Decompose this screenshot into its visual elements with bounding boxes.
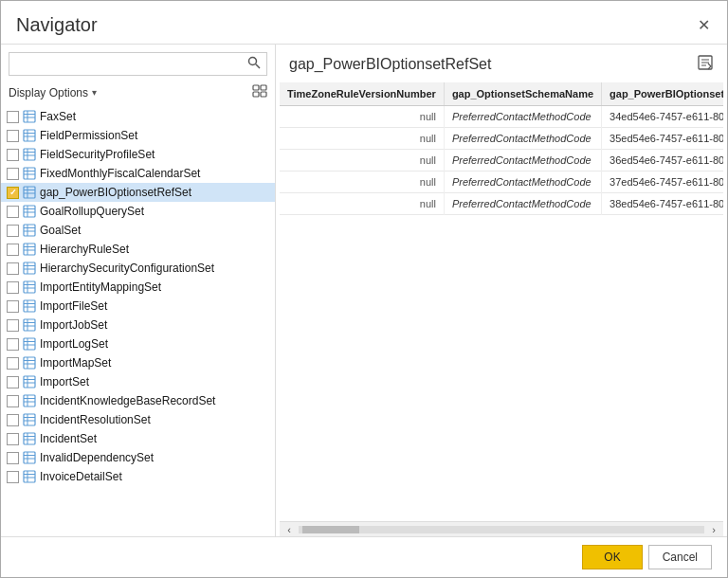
svg-rect-26 <box>24 206 35 217</box>
svg-rect-78 <box>24 452 35 463</box>
scroll-thumb[interactable] <box>302 526 359 533</box>
svg-rect-6 <box>24 111 35 122</box>
table-icon <box>23 432 36 445</box>
checkbox[interactable] <box>7 471 19 483</box>
checkbox[interactable] <box>7 206 19 218</box>
table-row: nullPreferredContactMethodCode38ed54e6-7… <box>280 193 723 215</box>
table-icon <box>23 413 36 426</box>
table-cell: PreferredContactMethodCode <box>444 128 601 150</box>
list-item[interactable]: IncidentResolutionSet <box>1 410 275 429</box>
checkbox[interactable] <box>7 395 19 407</box>
table-icon <box>23 129 36 142</box>
ok-button[interactable]: OK <box>582 545 642 569</box>
checkbox[interactable] <box>7 376 19 388</box>
checkbox[interactable] <box>7 187 19 199</box>
list-item[interactable]: InvoiceDetailSet <box>1 467 275 486</box>
checkbox[interactable] <box>7 281 19 294</box>
list-item[interactable]: HierarchySecurityConfigurationSet <box>1 259 275 278</box>
cancel-button[interactable]: Cancel <box>648 545 712 569</box>
nav-view-icon[interactable] <box>252 83 267 101</box>
horizontal-scrollbar[interactable]: ‹ › <box>280 521 723 536</box>
table-icon <box>23 470 36 483</box>
checkbox[interactable] <box>7 338 19 351</box>
checkbox[interactable] <box>7 225 19 237</box>
left-panel: Display Options ▾ <box>1 45 276 536</box>
checkbox[interactable] <box>7 244 19 256</box>
checkbox[interactable] <box>7 149 19 161</box>
svg-rect-46 <box>24 300 35 312</box>
item-label: GoalRollupQuerySet <box>40 205 144 218</box>
display-options-label-text: Display Options <box>9 86 88 99</box>
table-cell: 35ed54e6-7457-e611-80e8-c43 <box>602 128 723 150</box>
table-cell: 34ed54e6-7457-e611-80e8-c43 <box>602 106 723 128</box>
tree-list[interactable]: FaxSet FieldPermissionSet FieldSecurityP… <box>1 105 275 536</box>
item-label: FaxSet <box>40 110 76 123</box>
list-item[interactable]: GoalRollupQuerySet <box>1 202 275 221</box>
table-column-header: TimeZoneRuleVersionNumber <box>280 82 444 106</box>
close-button[interactable]: ✕ <box>695 17 712 34</box>
list-item[interactable]: FieldSecurityProfileSet <box>1 145 275 164</box>
search-icon[interactable] <box>242 53 266 75</box>
export-icon[interactable] <box>697 54 714 75</box>
table-cell: PreferredContactMethodCode <box>444 193 601 215</box>
svg-rect-70 <box>24 414 35 425</box>
scroll-left-button[interactable]: ‹ <box>282 522 297 537</box>
chevron-down-icon: ▾ <box>92 87 97 98</box>
checkbox[interactable] <box>7 319 19 332</box>
list-item[interactable]: HierarchyRuleSet <box>1 240 275 259</box>
list-item[interactable]: IncidentKnowledgeBaseRecordSet <box>1 391 275 410</box>
item-label: IncidentResolutionSet <box>40 413 151 426</box>
data-table-wrap: TimeZoneRuleVersionNumbergap_OptionsetSc… <box>280 82 723 521</box>
list-item[interactable]: ImportLogSet <box>1 334 275 353</box>
svg-rect-38 <box>24 262 35 274</box>
table-icon <box>23 356 36 370</box>
svg-rect-10 <box>24 130 35 141</box>
list-item[interactable]: ImportSet <box>1 372 275 391</box>
svg-rect-18 <box>24 168 35 179</box>
checkbox[interactable] <box>7 130 19 142</box>
checkbox[interactable] <box>7 168 19 180</box>
checkbox[interactable] <box>7 433 19 445</box>
right-panel-title: gap_PowerBIOptionsetRefSet <box>289 56 491 73</box>
scroll-track[interactable] <box>299 526 704 533</box>
list-item[interactable]: FaxSet <box>1 107 275 126</box>
svg-rect-66 <box>24 395 35 406</box>
list-item[interactable]: ImportFileSet <box>1 297 275 316</box>
checkbox[interactable] <box>7 300 19 313</box>
table-column-header: gap_OptionsetSchemaName <box>444 82 601 106</box>
checkbox[interactable] <box>7 111 19 123</box>
table-icon <box>23 318 36 332</box>
checkbox[interactable] <box>7 262 19 275</box>
table-icon <box>23 167 36 180</box>
list-item[interactable]: ImportMapSet <box>1 353 275 372</box>
list-item[interactable]: FixedMonthlyFiscalCalendarSet <box>1 164 275 183</box>
list-item[interactable]: IncidentSet <box>1 429 275 448</box>
item-label: ImportSet <box>40 375 89 388</box>
table-cell: null <box>280 150 444 172</box>
search-bar <box>9 52 267 76</box>
data-table: TimeZoneRuleVersionNumbergap_OptionsetSc… <box>280 82 723 215</box>
list-item[interactable]: ImportEntityMappingSet <box>1 278 275 297</box>
list-item[interactable]: InvalidDependencySet <box>1 448 275 467</box>
item-label: ImportFileSet <box>40 299 107 313</box>
table-icon <box>23 280 36 294</box>
item-label: HierarchySecurityConfigurationSet <box>40 262 214 275</box>
list-item[interactable]: GoalSet <box>1 221 275 240</box>
table-icon <box>23 224 36 237</box>
table-cell: null <box>280 193 444 215</box>
list-item[interactable]: ImportJobSet <box>1 316 275 334</box>
checkbox[interactable] <box>7 414 19 426</box>
checkbox[interactable] <box>7 357 19 370</box>
scroll-right-button[interactable]: › <box>706 522 721 537</box>
list-item[interactable]: gap_PowerBIOptionsetRefSet <box>1 183 275 202</box>
search-input[interactable] <box>9 54 242 75</box>
table-icon <box>23 375 36 388</box>
table-row: nullPreferredContactMethodCode34ed54e6-7… <box>280 106 723 128</box>
display-options-button[interactable]: Display Options ▾ <box>9 86 97 99</box>
svg-rect-2 <box>253 85 259 90</box>
table-cell: null <box>280 128 444 150</box>
checkbox[interactable] <box>7 452 19 464</box>
svg-rect-82 <box>24 471 35 482</box>
svg-point-0 <box>249 58 257 65</box>
list-item[interactable]: FieldPermissionSet <box>1 126 275 145</box>
